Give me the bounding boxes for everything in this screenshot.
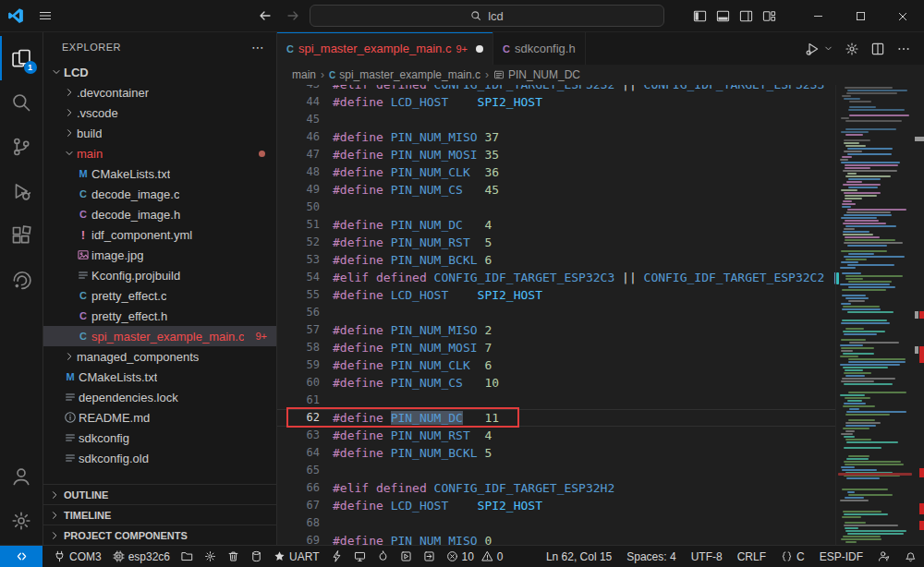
code-line-61[interactable]: 61 xyxy=(277,392,836,409)
menu-icon[interactable] xyxy=(31,8,59,23)
status-open-terminal[interactable] xyxy=(395,546,418,567)
status-language-mode[interactable]: C xyxy=(773,546,812,567)
line-number[interactable]: 56 xyxy=(277,304,320,321)
line-number[interactable]: 63 xyxy=(277,427,320,444)
activity-explorer[interactable]: 1 xyxy=(0,36,43,80)
tree-item-readme-md[interactable]: README.md xyxy=(43,407,276,428)
close-button[interactable] xyxy=(881,0,924,32)
overview-ruler-scrollbar[interactable] xyxy=(915,85,924,545)
activity-accounts[interactable] xyxy=(0,454,43,499)
line-number[interactable]: 64 xyxy=(277,444,320,462)
code-line-66[interactable]: 66#elif defined CONFIG_IDF_TARGET_ESP32H… xyxy=(277,479,836,497)
tree-item-main[interactable]: main xyxy=(43,143,276,163)
tree-item-sdkconfig[interactable]: sdkconfig xyxy=(43,428,276,448)
status-cursor-position[interactable]: Ln 62, Col 15 xyxy=(539,546,619,567)
line-number[interactable]: 67 xyxy=(277,497,320,514)
status-flash-method[interactable]: UART xyxy=(268,546,324,567)
tree-item-build[interactable]: build xyxy=(43,123,276,143)
tree-item-cmakelists-txt[interactable]: MCMakeLists.txt xyxy=(43,367,276,387)
tree-item-cmakelists-txt[interactable]: MCMakeLists.txt xyxy=(43,163,276,184)
line-number[interactable]: 49 xyxy=(277,181,320,199)
line-number[interactable]: 57 xyxy=(277,321,320,339)
breadcrumb-spi-master-example-main-c[interactable]: Cspi_master_example_main.c xyxy=(329,68,480,81)
code-line-64[interactable]: 64#define PIN_NUM_BCKL 5 xyxy=(277,444,836,462)
code-line-65[interactable]: 65 xyxy=(277,462,836,479)
line-number[interactable]: 59 xyxy=(277,356,320,374)
tree-item-decode-image-h[interactable]: Cdecode_image.h xyxy=(43,204,276,224)
activity-source-control[interactable] xyxy=(0,125,43,169)
code-line-67[interactable]: 67#define LCD_HOST SPI2_HOST xyxy=(277,497,836,514)
split-editor-icon[interactable] xyxy=(870,42,885,56)
command-center-search[interactable]: lcd xyxy=(310,5,664,27)
line-number[interactable]: 69 xyxy=(277,532,320,545)
status-eol[interactable]: CRLF xyxy=(730,546,773,567)
line-number[interactable]: 55 xyxy=(277,286,320,304)
line-number[interactable]: 46 xyxy=(277,128,320,146)
line-number[interactable]: 68 xyxy=(277,514,320,532)
status-indentation[interactable]: Spaces: 4 xyxy=(619,546,683,567)
line-number[interactable]: 58 xyxy=(277,339,320,356)
code-line-56[interactable]: 56 xyxy=(277,304,836,321)
code-line-45[interactable]: 45 xyxy=(277,111,836,128)
line-number[interactable]: 53 xyxy=(277,251,320,269)
activity-run-debug[interactable] xyxy=(0,169,43,213)
status-monitor-device[interactable] xyxy=(348,546,371,567)
status-remote[interactable] xyxy=(0,546,43,567)
breadcrumb-main[interactable]: main xyxy=(292,68,316,81)
line-number[interactable]: 65 xyxy=(277,462,320,479)
activity-settings[interactable] xyxy=(0,499,43,543)
line-number[interactable]: 54 xyxy=(277,269,320,286)
code-line-49[interactable]: 49#define PIN_NUM_CS 45 xyxy=(277,181,836,199)
code-line-53[interactable]: 53#define PIN_NUM_BCKL 6 xyxy=(277,251,836,269)
tab-sdkconfig-h[interactable]: Csdkconfig.h xyxy=(493,32,586,65)
code-line-58[interactable]: 58#define PIN_NUM_MOSI 7 xyxy=(277,339,836,356)
status-encoding[interactable]: UTF-8 xyxy=(684,546,730,567)
code-line-63[interactable]: 63#define PIN_NUM_RST 4 xyxy=(277,427,836,444)
section-outline[interactable]: OUTLINE xyxy=(43,484,276,504)
tree-item-managed-components[interactable]: managed_components xyxy=(43,346,276,367)
status-erase-flash[interactable] xyxy=(245,546,268,567)
status-serial-port[interactable]: COM3 xyxy=(48,546,107,567)
code-line-52[interactable]: 52#define PIN_NUM_RST 5 xyxy=(277,234,836,251)
code-line-69[interactable]: 69#define PIN_NUM_MISO 0 xyxy=(277,532,836,545)
code-line-46[interactable]: 46#define PIN_NUM_MISO 37 xyxy=(277,128,836,146)
toggle-primary-sidebar-icon[interactable] xyxy=(693,9,707,23)
tree-item-pretty-effect-c[interactable]: Cpretty_effect.c xyxy=(43,285,276,306)
customize-layout-icon[interactable] xyxy=(762,9,776,23)
explorer-more-actions-icon[interactable]: ⋯ xyxy=(251,40,265,54)
code-line-50[interactable]: 50 xyxy=(277,199,836,216)
status-flash-device[interactable] xyxy=(325,546,348,567)
line-number[interactable]: 62 xyxy=(277,409,320,427)
code-line-62[interactable]: 62#define PIN_NUM_DC 11 xyxy=(277,409,836,427)
tree-item-dependencies-lock[interactable]: dependencies.lock xyxy=(43,387,276,407)
status-notifications[interactable] xyxy=(897,546,924,567)
tree-item-pretty-effect-h[interactable]: Cpretty_effect.h xyxy=(43,306,276,326)
status-execute-task[interactable] xyxy=(418,546,441,567)
run-or-debug-icon[interactable] xyxy=(805,42,820,56)
tree-item--vscode[interactable]: .vscode xyxy=(43,103,276,123)
toggle-panel-icon[interactable] xyxy=(716,9,730,23)
line-number[interactable]: 60 xyxy=(277,374,320,392)
status-esp-idf-version[interactable]: ESP-IDF xyxy=(812,546,870,567)
status-sdk-configuration[interactable] xyxy=(199,546,222,567)
breadcrumb-pin-num-dc[interactable]: PIN_NUM_DC xyxy=(493,68,580,81)
activity-extensions[interactable] xyxy=(0,213,43,258)
ellipsis-icon[interactable] xyxy=(896,42,911,56)
line-number[interactable]: 52 xyxy=(277,234,320,251)
status-build-flash-monitor[interactable] xyxy=(371,546,395,567)
line-number[interactable]: 66 xyxy=(277,479,320,497)
code-line-51[interactable]: 51#define PIN_NUM_DC 4 xyxy=(277,216,836,234)
chevron-down-icon[interactable] xyxy=(823,43,833,54)
code-line-44[interactable]: 44#define LCD_HOST SPI2_HOST xyxy=(277,93,836,111)
code-line-47[interactable]: 47#define PIN_NUM_MOSI 35 xyxy=(277,146,836,163)
toggle-secondary-sidebar-icon[interactable] xyxy=(739,9,753,23)
code-line-48[interactable]: 48#define PIN_NUM_CLK 36 xyxy=(277,163,836,181)
status-select-flash-folder[interactable] xyxy=(176,546,199,567)
tree-item-sdkconfig-old[interactable]: sdkconfig.old xyxy=(43,448,276,468)
activity-espressif[interactable] xyxy=(0,258,43,302)
tree-item-kconfig-projbuild[interactable]: Kconfig.projbuild xyxy=(43,265,276,285)
tree-item-spi-master-example-main-c[interactable]: Cspi_master_example_main.c9+ xyxy=(43,326,276,346)
gear-icon[interactable] xyxy=(845,42,859,56)
line-number[interactable]: 44 xyxy=(277,93,320,111)
code-line-57[interactable]: 57#define PIN_NUM_MISO 2 xyxy=(277,321,836,339)
